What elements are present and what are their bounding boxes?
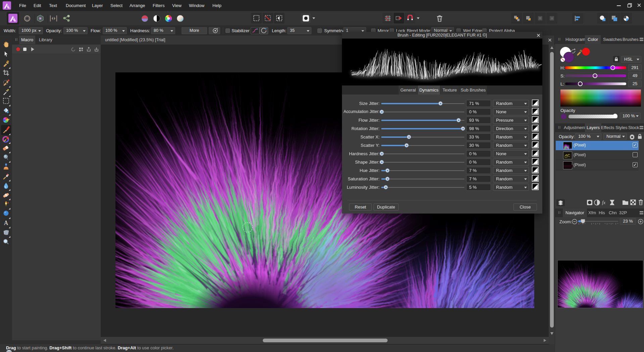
svg-text:fx: fx [602,200,606,205]
svg-text:A: A [4,220,8,226]
